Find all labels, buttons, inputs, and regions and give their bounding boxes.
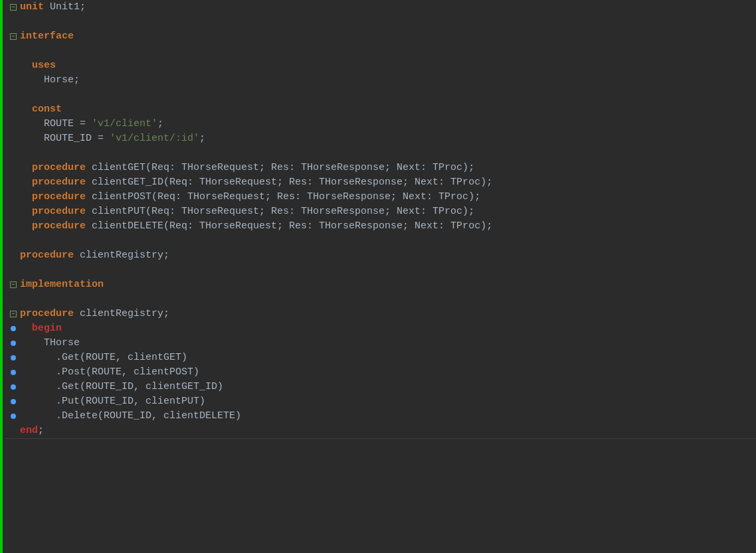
code-line-27: .Get(ROUTE_ID, clientGET_ID) (5, 380, 756, 394)
code-line-22: − procedure clientRegistry; (5, 307, 756, 321)
fold-col-26 (7, 370, 20, 375)
fold-box-22[interactable]: − (10, 311, 17, 317)
bottom-separator (5, 438, 756, 439)
fold-col-28 (7, 399, 20, 404)
line-text-20: implementation (20, 277, 756, 292)
code-line-3: − interface (5, 29, 756, 44)
line-text-29: .Delete(ROUTE_ID, clientDELETE) (20, 409, 756, 424)
code-line-24: THorse (5, 336, 756, 351)
fold-col-3[interactable]: − (7, 33, 20, 40)
line-text-9: ROUTE = 'v1/client'; (20, 117, 756, 131)
line-text-21 (20, 292, 756, 307)
breakpoint-dot-25[interactable] (11, 355, 16, 360)
breakpoint-dot-29[interactable] (11, 414, 16, 419)
code-line-26: .Post(ROUTE, clientPOST) (5, 365, 756, 380)
fold-col-22[interactable]: − (7, 311, 20, 317)
breakpoint-dot-27[interactable] (11, 384, 16, 390)
code-line-15: procedure clientPUT(Req: THorseRequest; … (5, 204, 756, 219)
line-text-12: procedure clientGET(Req: THorseRequest; … (20, 161, 756, 175)
code-content: − unit Unit1; − interface uses (3, 0, 756, 553)
code-line-18: procedure clientRegistry; (5, 248, 756, 263)
code-line-20: − implementation (5, 277, 756, 292)
fold-col-25 (7, 355, 20, 360)
fold-col-29 (7, 414, 20, 419)
code-line-14: procedure clientPOST(Req: THorseRequest;… (5, 190, 756, 204)
code-line-28: .Put(ROUTE_ID, clientPUT) (5, 394, 756, 409)
fold-col-27 (7, 384, 20, 390)
code-line-7 (5, 88, 756, 102)
line-text-25: .Get(ROUTE, clientGET) (20, 351, 756, 365)
line-text-16: procedure clientDELETE(Req: THorseReques… (20, 219, 756, 234)
line-text-27: .Get(ROUTE_ID, clientGET_ID) (20, 380, 756, 394)
code-line-4 (5, 44, 756, 58)
code-line-25: .Get(ROUTE, clientGET) (5, 351, 756, 365)
line-text-2 (20, 15, 756, 29)
code-line-10: ROUTE_ID = 'v1/client/:id'; (5, 131, 756, 146)
code-editor: − unit Unit1; − interface uses (0, 0, 756, 553)
line-text-14: procedure clientPOST(Req: THorseRequest;… (20, 190, 756, 204)
code-line-19 (5, 263, 756, 277)
code-line-5: uses (5, 58, 756, 73)
line-text-13: procedure clientGET_ID(Req: THorseReques… (20, 175, 756, 190)
code-line-29: .Delete(ROUTE_ID, clientDELETE) (5, 409, 756, 424)
line-text-11 (20, 146, 756, 161)
line-text-1: unit Unit1; (20, 0, 756, 15)
breakpoint-dot-26[interactable] (11, 370, 16, 375)
line-text-7 (20, 88, 756, 102)
breakpoint-dot-23[interactable] (11, 326, 16, 331)
line-text-6: Horse; (20, 73, 756, 88)
code-line-17 (5, 234, 756, 248)
fold-col-24 (7, 341, 20, 346)
code-line-1: − unit Unit1; (5, 0, 756, 15)
code-line-9: ROUTE = 'v1/client'; (5, 117, 756, 131)
code-line-6: Horse; (5, 73, 756, 88)
line-text-28: .Put(ROUTE_ID, clientPUT) (20, 394, 756, 409)
code-line-16: procedure clientDELETE(Req: THorseReques… (5, 219, 756, 234)
code-line-8: const (5, 102, 756, 117)
line-text-22: procedure clientRegistry; (20, 307, 756, 321)
breakpoint-dot-28[interactable] (11, 399, 16, 404)
fold-col-20[interactable]: − (7, 281, 20, 288)
breakpoint-dot-24[interactable] (11, 341, 16, 346)
line-text-30: end; (20, 424, 756, 438)
line-text-15: procedure clientPUT(Req: THorseRequest; … (20, 204, 756, 219)
code-line-23: begin (5, 321, 756, 336)
line-text-19 (20, 263, 756, 277)
code-line-21 (5, 292, 756, 307)
line-text-3: interface (20, 29, 756, 44)
line-text-23: begin (20, 321, 756, 336)
fold-box-3[interactable]: − (10, 33, 17, 40)
line-text-18: procedure clientRegistry; (20, 248, 756, 263)
line-text-17 (20, 234, 756, 248)
code-line-13: procedure clientGET_ID(Req: THorseReques… (5, 175, 756, 190)
line-text-26: .Post(ROUTE, clientPOST) (20, 365, 756, 380)
code-line-12: procedure clientGET(Req: THorseRequest; … (5, 161, 756, 175)
line-text-8: const (20, 102, 756, 117)
fold-box-1[interactable]: − (10, 4, 17, 11)
line-text-10: ROUTE_ID = 'v1/client/:id'; (20, 131, 756, 146)
code-line-11 (5, 146, 756, 161)
line-text-24: THorse (20, 336, 756, 351)
code-line-2 (5, 15, 756, 29)
line-text-5: uses (20, 58, 756, 73)
line-text-4 (20, 44, 756, 58)
fold-box-20[interactable]: − (10, 281, 17, 288)
fold-col-23 (7, 326, 20, 331)
fold-col-1[interactable]: − (7, 4, 20, 11)
code-line-30: end; (5, 424, 756, 438)
